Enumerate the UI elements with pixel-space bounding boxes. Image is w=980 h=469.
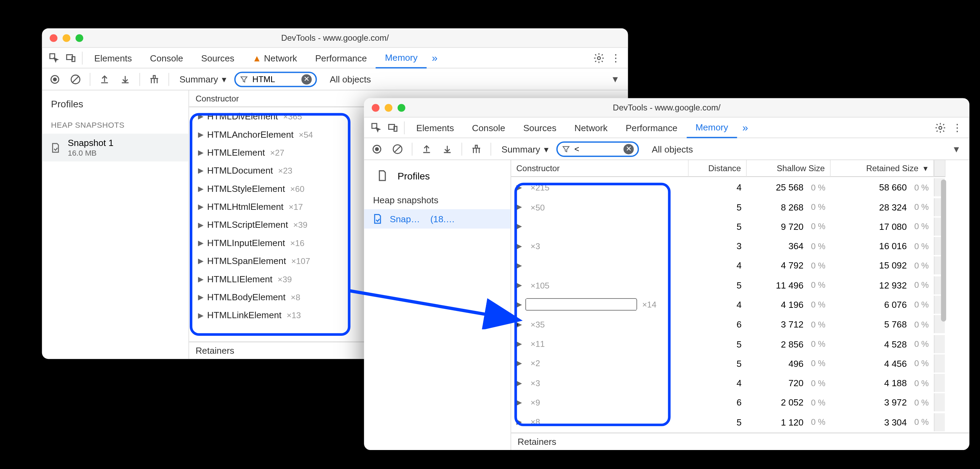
record-icon[interactable]: [368, 140, 386, 158]
tab-network[interactable]: ▲Network: [243, 48, 306, 68]
table-row[interactable]: ▶×14: [511, 296, 689, 314]
table-row[interactable]: ▶×8: [511, 413, 689, 431]
perspective-select[interactable]: Summary▾: [496, 144, 554, 154]
inspect-icon[interactable]: [46, 49, 63, 66]
maximize-window-icon[interactable]: [398, 104, 405, 111]
filter-text[interactable]: [574, 144, 619, 153]
table-row[interactable]: ▶×215: [511, 179, 689, 196]
table-row[interactable]: ▶×3: [511, 374, 689, 392]
record-icon[interactable]: [46, 70, 64, 88]
table-row[interactable]: ▶</span><span class="rcount" data-name="…: [511, 257, 689, 275]
close-window-icon[interactable]: [372, 104, 379, 111]
device-toggle-icon[interactable]: [62, 49, 80, 66]
table-row[interactable]: ▶×3: [511, 237, 689, 255]
scrollbar-track[interactable]: [934, 335, 945, 353]
perspective-select[interactable]: Summary▾: [174, 74, 231, 84]
tab-memory[interactable]: Memory: [686, 117, 737, 138]
scrollbar-track[interactable]: [934, 179, 945, 196]
expand-icon[interactable]: ▶: [198, 293, 203, 301]
expand-icon[interactable]: ▶: [516, 359, 522, 367]
expand-icon[interactable]: ▶: [516, 222, 522, 231]
chevron-down-icon[interactable]: ▾: [954, 142, 966, 155]
expand-icon[interactable]: ▶: [198, 275, 203, 283]
expand-icon[interactable]: ▶: [516, 183, 522, 191]
expand-icon[interactable]: ▶: [516, 418, 522, 426]
minimize-window-icon[interactable]: [385, 104, 392, 111]
download-icon[interactable]: [438, 140, 456, 158]
scrollbar-track[interactable]: [934, 354, 945, 372]
table-row[interactable]: ▶×2: [511, 354, 689, 372]
tab-elements[interactable]: Elements: [407, 117, 463, 138]
expand-icon[interactable]: ▶: [198, 203, 203, 211]
expand-icon[interactable]: ▶: [198, 166, 203, 175]
scrollbar-thumb[interactable]: [941, 180, 946, 322]
objects-select[interactable]: All objects: [325, 74, 376, 84]
expand-icon[interactable]: ▶: [516, 242, 522, 250]
constructor-header[interactable]: Constructor: [189, 94, 245, 103]
expand-icon[interactable]: ▶: [516, 301, 522, 309]
table-row[interactable]: ▶×50: [511, 198, 689, 216]
kebab-menu-icon[interactable]: ⋮: [608, 49, 624, 66]
clear-icon[interactable]: [388, 140, 406, 158]
expand-icon[interactable]: ▶: [198, 220, 203, 229]
expand-icon[interactable]: ▶: [516, 398, 522, 407]
inspect-icon[interactable]: [368, 119, 385, 136]
tab-elements[interactable]: Elements: [85, 48, 141, 68]
table-row[interactable]: ▶×35: [511, 316, 689, 333]
tab-sources[interactable]: Sources: [192, 48, 243, 68]
snapshot-item[interactable]: Snapshot 1 16.0 MB: [42, 134, 189, 161]
expand-icon[interactable]: ▶: [198, 184, 203, 193]
scrollbar-track[interactable]: [934, 374, 945, 392]
objects-select[interactable]: All objects: [647, 144, 698, 154]
tab-memory[interactable]: Memory: [376, 48, 427, 68]
expand-icon[interactable]: ▶: [516, 379, 522, 387]
shallow-size-header[interactable]: Shallow Size: [747, 160, 830, 177]
settings-icon[interactable]: [590, 49, 608, 66]
tab-sources[interactable]: Sources: [514, 117, 565, 138]
upload-icon[interactable]: [418, 140, 436, 158]
class-filter-input[interactable]: ✕: [234, 72, 317, 87]
settings-icon[interactable]: [932, 119, 949, 136]
close-window-icon[interactable]: [50, 34, 57, 41]
table-row[interactable]: ▶×11: [511, 335, 689, 353]
chevron-down-icon[interactable]: ▾: [612, 73, 624, 85]
tab-network[interactable]: Network: [565, 117, 616, 138]
tab-console[interactable]: Console: [141, 48, 192, 68]
scrollbar-track[interactable]: [934, 413, 945, 431]
distance-header[interactable]: Distance: [689, 160, 746, 177]
upload-icon[interactable]: [95, 70, 113, 88]
expand-icon[interactable]: ▶: [198, 112, 203, 120]
more-tabs-icon[interactable]: »: [427, 52, 443, 64]
tab-performance[interactable]: Performance: [306, 48, 375, 68]
maximize-window-icon[interactable]: [76, 34, 83, 41]
clear-filter-icon[interactable]: ✕: [623, 144, 634, 154]
expand-icon[interactable]: ▶: [198, 130, 203, 139]
retained-size-header[interactable]: Retained Size▾: [830, 160, 934, 177]
expand-icon[interactable]: ▶: [198, 311, 203, 319]
more-tabs-icon[interactable]: »: [737, 122, 753, 134]
snapshot-item[interactable]: Snap… (18.…: [364, 209, 511, 228]
retainers-section[interactable]: Retainers: [511, 433, 969, 450]
expand-icon[interactable]: ▶: [198, 238, 203, 247]
constructor-header[interactable]: Constructor: [511, 160, 689, 177]
clear-filter-icon[interactable]: ✕: [301, 74, 312, 84]
table-row[interactable]: ▶×9: [511, 393, 689, 412]
expand-icon[interactable]: ▶: [516, 340, 522, 348]
tab-performance[interactable]: Performance: [617, 117, 686, 138]
expand-icon[interactable]: ▶: [516, 203, 522, 211]
expand-icon[interactable]: ▶: [516, 262, 522, 270]
gc-icon[interactable]: [468, 140, 485, 158]
tab-console[interactable]: Console: [463, 117, 514, 138]
minimize-window-icon[interactable]: [62, 34, 70, 41]
download-icon[interactable]: [116, 70, 134, 88]
table-row[interactable]: ▶×105: [511, 276, 689, 294]
kebab-menu-icon[interactable]: ⋮: [948, 119, 966, 136]
gc-icon[interactable]: [145, 70, 163, 88]
scrollbar-track[interactable]: [934, 393, 945, 412]
expand-icon[interactable]: ▶: [198, 257, 203, 265]
table-row[interactable]: ▶</span><span class="rcount" data-name="…: [511, 217, 689, 235]
expand-icon[interactable]: ▶: [516, 281, 522, 289]
clear-icon[interactable]: [67, 70, 84, 88]
filter-text[interactable]: [252, 74, 298, 84]
device-toggle-icon[interactable]: [385, 119, 401, 136]
